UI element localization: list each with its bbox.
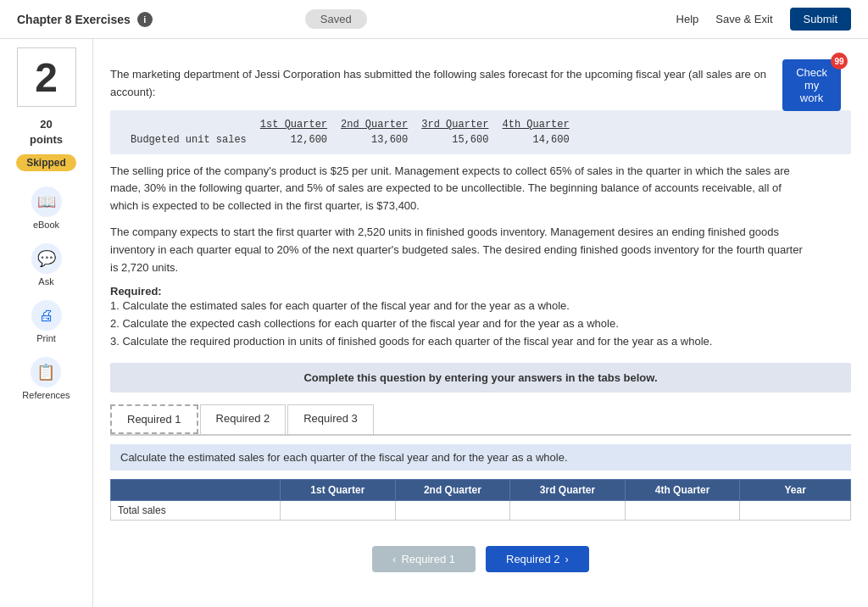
ask-button[interactable]: 💬 Ask bbox=[31, 243, 62, 287]
data-entry-table: 1st Quarter 2nd Quarter 3rd Quarter 4th … bbox=[110, 479, 851, 521]
print-label: Print bbox=[36, 333, 56, 343]
tabs-container: Required 1 Required 2 Required 3 bbox=[110, 404, 851, 436]
next-button[interactable]: Required 2 › bbox=[486, 546, 589, 572]
question-text-2: The selling price of the company's produ… bbox=[110, 163, 805, 215]
points-value: 20 bbox=[40, 118, 52, 131]
tab-content: Calculate the estimated sales for each q… bbox=[110, 436, 851, 529]
total-sales-q1-input[interactable] bbox=[282, 503, 393, 518]
sales-q2: 13,600 bbox=[334, 132, 415, 148]
submit-button[interactable]: Submit bbox=[790, 8, 851, 31]
bottom-nav: ‹ Required 1 Required 2 › bbox=[110, 546, 851, 581]
tab-required-1[interactable]: Required 1 bbox=[110, 404, 198, 434]
sales-table-empty bbox=[124, 117, 253, 132]
ebook-label: eBook bbox=[33, 220, 59, 230]
ask-label: Ask bbox=[38, 276, 53, 287]
row-label-total-sales: Total sales bbox=[111, 500, 281, 520]
total-sales-q4-input[interactable] bbox=[627, 503, 738, 518]
check-my-work-button[interactable]: Check my work 99 bbox=[782, 59, 841, 111]
required-section: Required: 1. Calculate the estimated sal… bbox=[110, 285, 851, 350]
required-item-2: 2. Calculate the expected cash collectio… bbox=[110, 315, 851, 333]
main-layout: 2 20 points Skipped 📖 eBook 💬 Ask 🖨 Prin… bbox=[0, 39, 868, 607]
print-icon: 🖨 bbox=[31, 300, 62, 331]
prev-button[interactable]: ‹ Required 1 bbox=[372, 546, 476, 572]
tab-required-2[interactable]: Required 2 bbox=[200, 404, 287, 434]
left-sidebar: 2 20 points Skipped 📖 eBook 💬 Ask 🖨 Prin… bbox=[0, 39, 93, 607]
print-button[interactable]: 🖨 Print bbox=[31, 300, 62, 343]
points-label: 20 points bbox=[30, 117, 63, 148]
required-item-3: 3. Calculate the required production in … bbox=[110, 333, 851, 351]
input-cell-q1[interactable] bbox=[281, 500, 396, 520]
instructions-text: Complete this question by entering your … bbox=[124, 371, 837, 384]
references-label: References bbox=[22, 390, 70, 400]
ebook-button[interactable]: 📖 eBook bbox=[31, 187, 62, 230]
main-content: Check my work 99 The marketing departmen… bbox=[93, 39, 868, 607]
sales-forecast-table: 1st Quarter 2nd Quarter 3rd Quarter 4th … bbox=[110, 110, 851, 154]
top-nav: Chapter 8 Exercises i Saved Help Save & … bbox=[0, 0, 868, 39]
col-q1: 1st Quarter bbox=[253, 117, 334, 132]
prev-button-label: Required 1 bbox=[401, 553, 455, 565]
sales-q3: 15,600 bbox=[415, 132, 495, 148]
col-header-q2: 2nd Quarter bbox=[395, 479, 510, 500]
ebook-icon: 📖 bbox=[31, 187, 62, 217]
points-text: points bbox=[30, 133, 63, 146]
input-cell-year[interactable] bbox=[740, 500, 851, 520]
references-button[interactable]: 📋 References bbox=[22, 357, 70, 400]
table-row: Total sales bbox=[111, 500, 851, 520]
next-button-label: Required 2 bbox=[506, 553, 560, 565]
col-header-empty bbox=[111, 479, 281, 500]
col-q4: 4th Quarter bbox=[495, 117, 576, 132]
tab-description: Calculate the estimated sales for each q… bbox=[110, 444, 851, 471]
col-header-q1: 1st Quarter bbox=[281, 479, 396, 500]
tab-required-3[interactable]: Required 3 bbox=[287, 404, 374, 434]
sales-q1: 12,600 bbox=[253, 132, 334, 148]
top-right-area: Help Save & Exit Submit bbox=[676, 8, 851, 31]
info-icon[interactable]: i bbox=[137, 12, 153, 27]
total-sales-year-input[interactable] bbox=[742, 503, 849, 518]
next-arrow-icon: › bbox=[565, 553, 569, 565]
saved-badge: Saved bbox=[305, 9, 367, 29]
references-icon: 📋 bbox=[31, 357, 61, 387]
col-header-year: Year bbox=[740, 479, 851, 500]
save-exit-link[interactable]: Save & Exit bbox=[715, 13, 772, 25]
question-text-3: The company expects to start the first q… bbox=[110, 224, 805, 276]
input-cell-q3[interactable] bbox=[510, 500, 626, 520]
skipped-badge: Skipped bbox=[16, 154, 76, 171]
input-cell-q4[interactable] bbox=[625, 500, 740, 520]
total-sales-q3-input[interactable] bbox=[512, 503, 623, 518]
col-q3: 3rd Quarter bbox=[415, 117, 495, 132]
col-header-q4: 4th Quarter bbox=[625, 479, 740, 500]
required-item-1: 1. Calculate the estimated sales for eac… bbox=[110, 298, 851, 315]
help-link[interactable]: Help bbox=[676, 13, 699, 25]
page-title: Chapter 8 Exercises bbox=[17, 13, 131, 26]
prev-arrow-icon: ‹ bbox=[392, 553, 396, 565]
input-cell-q2[interactable] bbox=[395, 500, 510, 520]
total-sales-q2-input[interactable] bbox=[398, 503, 509, 518]
check-badge: 99 bbox=[831, 53, 848, 70]
question-number: 2 bbox=[17, 47, 76, 107]
col-header-q3: 3rd Quarter bbox=[510, 479, 626, 500]
sales-row-label: Budgeted unit sales bbox=[124, 132, 253, 148]
col-q2: 2nd Quarter bbox=[334, 117, 415, 132]
instructions-box: Complete this question by entering your … bbox=[110, 363, 851, 393]
required-label: Required: bbox=[110, 285, 162, 298]
sales-q4: 14,600 bbox=[495, 132, 576, 148]
question-text-1: The marketing department of Jessi Corpor… bbox=[110, 66, 805, 102]
ask-icon: 💬 bbox=[31, 243, 62, 274]
